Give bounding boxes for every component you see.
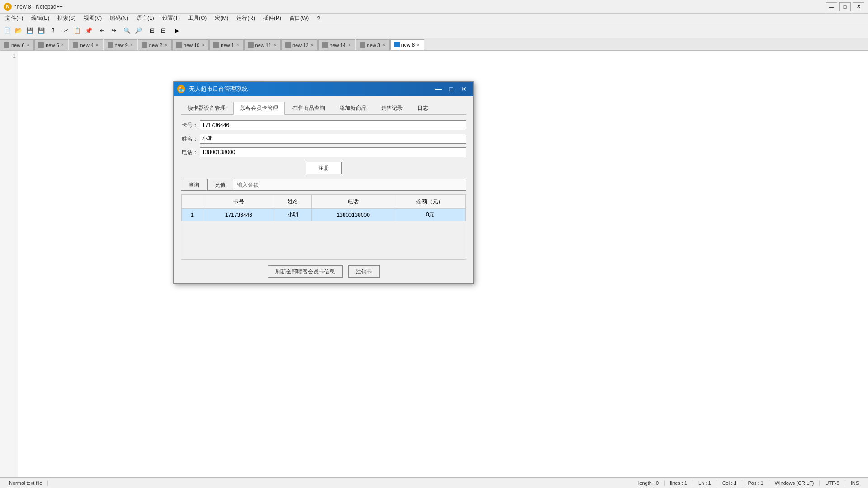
- cell-index: 1: [182, 209, 203, 221]
- zoom-in-button[interactable]: ⊞: [146, 25, 157, 36]
- tab-sales[interactable]: 销售记录: [374, 102, 410, 114]
- redo-button[interactable]: ↪: [108, 25, 119, 36]
- tab-label: new 2: [149, 42, 162, 48]
- tab-new-5[interactable]: new 5×: [34, 39, 68, 50]
- tab-label: new 3: [367, 42, 380, 48]
- tab-member-card[interactable]: 顾客会员卡管理: [233, 102, 285, 115]
- menu-item-搜索(S)[interactable]: 搜索(S): [54, 14, 79, 23]
- new-file-button[interactable]: 📄: [2, 25, 13, 36]
- phone-input[interactable]: [200, 147, 466, 157]
- tab-icon: [360, 42, 365, 48]
- menu-item-语言(L)[interactable]: 语言(L): [133, 14, 158, 23]
- undo-button[interactable]: ↩: [97, 25, 108, 36]
- card-row: 卡号：: [181, 120, 466, 130]
- tab-close-icon[interactable]: ×: [310, 42, 314, 47]
- tab-new-8[interactable]: new 8×: [390, 39, 424, 50]
- tab-new-4[interactable]: new 4×: [69, 39, 103, 50]
- line-number-1: 1: [13, 53, 16, 59]
- tab-close-icon[interactable]: ×: [130, 42, 133, 47]
- dialog-close-button[interactable]: ✕: [458, 84, 470, 94]
- query-button[interactable]: 查询: [181, 179, 207, 191]
- tab-new-9[interactable]: new 9×: [104, 39, 137, 50]
- tab-close-icon[interactable]: ×: [202, 42, 205, 47]
- table-row[interactable]: 1171736446小明138001380000元: [182, 209, 466, 221]
- tab-new-3[interactable]: new 3×: [356, 39, 390, 50]
- menu-item-宏(M)[interactable]: 宏(M): [211, 14, 232, 23]
- tab-icon: [322, 42, 328, 48]
- cancel-card-button[interactable]: 注销卡: [348, 265, 380, 278]
- tab-icon: [108, 42, 113, 48]
- pos-status: Pos : 1: [742, 480, 769, 486]
- ln-status: Ln : 1: [693, 480, 717, 486]
- replace-button[interactable]: 🔎: [133, 25, 144, 36]
- cell-name: 小明: [274, 209, 311, 221]
- inner-tabs: 读卡器设备管理 顾客会员卡管理 在售商品查询 添加新商品 销售记录 日志: [181, 102, 466, 115]
- tab-close-icon[interactable]: ×: [95, 42, 99, 47]
- tab-close-icon[interactable]: ×: [26, 42, 30, 47]
- tab-new-11[interactable]: new 11×: [244, 39, 281, 50]
- tab-new-1[interactable]: new 1×: [209, 39, 243, 50]
- menu-item-运行(R)[interactable]: 运行(R): [233, 14, 259, 23]
- dialog-controls: — □ ✕: [433, 84, 470, 94]
- tab-new-6[interactable]: new 6×: [0, 39, 34, 50]
- recharge-button[interactable]: 充值: [207, 179, 233, 191]
- tab-close-icon[interactable]: ×: [416, 42, 420, 47]
- zoom-out-button[interactable]: ⊟: [158, 25, 169, 36]
- save-all-button[interactable]: 💾: [36, 25, 47, 36]
- menu-item-编辑(E)[interactable]: 编辑(E): [28, 14, 53, 23]
- tab-new-2[interactable]: new 2×: [138, 39, 172, 50]
- register-button[interactable]: 注册: [306, 162, 342, 174]
- tab-new-14[interactable]: new 14×: [318, 39, 355, 50]
- tab-log[interactable]: 日志: [410, 102, 435, 114]
- tab-label: new 8: [401, 42, 415, 47]
- menu-item-视图(V)[interactable]: 视图(V): [80, 14, 105, 23]
- run-button[interactable]: ▶: [171, 25, 182, 36]
- phone-row: 电话：: [181, 147, 466, 157]
- copy-button[interactable]: 📋: [72, 25, 83, 36]
- menu-item-文件(F)[interactable]: 文件(F): [2, 14, 27, 23]
- line-ending-status: Windows (CR LF): [769, 480, 820, 486]
- tab-close-icon[interactable]: ×: [348, 42, 351, 47]
- cell-card: 171736446: [203, 209, 274, 221]
- minimize-button[interactable]: —: [826, 2, 837, 11]
- tab-new-10[interactable]: new 10×: [172, 39, 209, 50]
- window-title: *new 8 - Notepad++: [14, 4, 63, 10]
- tab-products[interactable]: 在售商品查询: [286, 102, 332, 114]
- find-button[interactable]: 🔍: [122, 25, 132, 36]
- tab-add-product[interactable]: 添加新商品: [333, 102, 373, 114]
- tab-close-icon[interactable]: ×: [236, 42, 240, 47]
- menu-item-设置(T)[interactable]: 设置(T): [159, 14, 184, 23]
- refresh-button[interactable]: 刷新全部顾客会员卡信息: [268, 265, 343, 278]
- tab-close-icon[interactable]: ×: [61, 42, 65, 47]
- dialog-title-left: 🏪 无人超市后台管理系统: [177, 85, 248, 93]
- close-button[interactable]: ✕: [853, 2, 864, 11]
- tab-icon: [285, 42, 291, 48]
- menu-item-编码(N)[interactable]: 编码(N): [106, 14, 132, 23]
- tabs-bar: new 6×new 5×new 4×new 9×new 2×new 10×new…: [0, 38, 868, 51]
- tab-card-reader[interactable]: 读卡器设备管理: [181, 102, 232, 114]
- save-button[interactable]: 💾: [24, 25, 35, 36]
- amount-input[interactable]: [233, 179, 466, 191]
- dialog-minimize-button[interactable]: —: [433, 84, 444, 94]
- maximize-button[interactable]: □: [839, 2, 851, 11]
- member-table: 卡号 姓名 电话 余额（元） 1171736446小明138001380000元: [181, 195, 466, 221]
- print-button[interactable]: 🖨: [47, 25, 58, 36]
- col-index: [182, 195, 203, 209]
- toolbar: 📄 📂 💾 💾 🖨 ✂ 📋 📌 ↩ ↪ 🔍 🔎 ⊞ ⊟ ▶: [0, 23, 868, 38]
- name-input[interactable]: [200, 134, 466, 144]
- tab-icon: [213, 42, 219, 48]
- cut-button[interactable]: ✂: [61, 25, 71, 36]
- tab-close-icon[interactable]: ×: [382, 42, 386, 47]
- card-input[interactable]: [200, 120, 466, 130]
- menu-item-工具(O)[interactable]: 工具(O): [184, 14, 210, 23]
- tab-new-12[interactable]: new 12×: [281, 39, 318, 50]
- dialog-maximize-button[interactable]: □: [445, 84, 457, 94]
- menu-item-?[interactable]: ?: [313, 14, 324, 23]
- tab-close-icon[interactable]: ×: [273, 42, 277, 47]
- open-button[interactable]: 📂: [13, 25, 24, 36]
- paste-button[interactable]: 📌: [83, 25, 94, 36]
- menu-item-插件(P)[interactable]: 插件(P): [259, 14, 285, 23]
- tab-close-icon[interactable]: ×: [164, 42, 168, 47]
- menu-item-窗口(W)[interactable]: 窗口(W): [286, 14, 312, 23]
- lines-status: lines : 1: [665, 480, 693, 486]
